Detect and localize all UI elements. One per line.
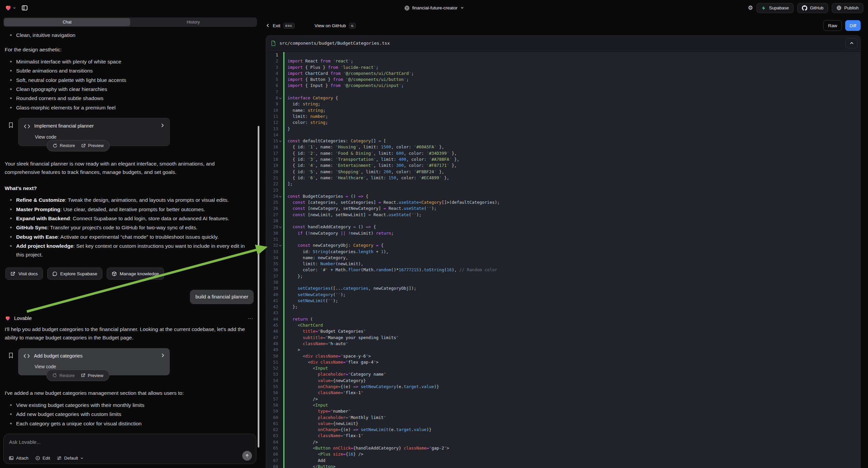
code-line[interactable]: 29 const handleAddCategory = () => { [266, 224, 860, 230]
code-line[interactable]: 25 const [categories, setCategories] = R… [266, 199, 860, 205]
code-line[interactable]: 40 setNewCategory(''); [266, 292, 860, 298]
code-line[interactable]: 13} [266, 126, 860, 132]
code-line[interactable]: 4import ChartCard from '@/components/ui/… [266, 70, 860, 77]
code-line[interactable]: 7 [266, 89, 860, 95]
code-line[interactable]: 44 return ( [266, 316, 860, 322]
code-line[interactable]: 51 <div className="flex gap-4"> [266, 359, 860, 365]
chat-scrollbar-thumb[interactable] [258, 126, 259, 447]
code-line[interactable]: 16 { id: '1', name: 'Housing', limit: 15… [266, 144, 860, 150]
fold-toggle[interactable] [278, 95, 283, 101]
code-line[interactable]: 56 className="flex-1" [266, 390, 860, 396]
code-line[interactable]: 18 { id: '3', name: 'Transportation', li… [266, 156, 860, 163]
code-line[interactable]: 9 id: string; [266, 101, 860, 107]
project-switcher[interactable]: financial-future-creator [404, 0, 464, 16]
diff-toggle-button[interactable]: Diff [845, 20, 861, 31]
preview-button[interactable]: Preview [78, 372, 106, 379]
code-line[interactable]: 27 const [newLimit, setNewLimit] = React… [266, 212, 860, 218]
chevron-right-icon[interactable] [161, 352, 165, 360]
code-line[interactable]: 22]; [266, 181, 860, 187]
code-line[interactable]: 58 <Input [266, 402, 860, 408]
explore-supabase-button[interactable]: Explore Supabase [47, 268, 102, 280]
code-line[interactable]: 20 { id: '5', name: 'Shopping', limit: 2… [266, 169, 860, 175]
publish-button[interactable]: Publish [832, 3, 863, 13]
code-line[interactable]: 15const defaultCategories: Category[] = … [266, 138, 860, 144]
fold-toggle[interactable] [278, 224, 283, 230]
attach-button[interactable]: Attach [9, 456, 29, 461]
code-line[interactable]: 38 [266, 279, 860, 285]
supabase-button[interactable]: Supabase [756, 3, 794, 13]
lovable-logo-menu[interactable] [5, 5, 16, 11]
edit-mode-button[interactable]: Edit [35, 456, 50, 461]
tab-history[interactable]: History [130, 18, 256, 26]
version-card[interactable]: Implement financial planner View code Re… [18, 118, 170, 146]
code-line[interactable]: 28 [266, 218, 860, 224]
bookmark-icon[interactable] [8, 352, 14, 361]
settings-gear-button[interactable]: ⚙ [748, 4, 753, 11]
code-line[interactable]: 12 color: string; [266, 119, 860, 125]
restore-button[interactable]: Restore [49, 372, 78, 379]
model-default-dropdown[interactable]: Default [57, 456, 84, 461]
github-button[interactable]: GitHub [797, 3, 828, 13]
bookmark-icon[interactable] [8, 122, 14, 130]
code-line[interactable]: 46 title="Budget Categories" [266, 328, 860, 334]
code-line[interactable]: 14 [266, 132, 860, 138]
code-line[interactable]: 10 name: string; [266, 108, 860, 114]
code-line[interactable]: 62 onChange={(e) => setNewLimit(e.target… [266, 427, 860, 433]
send-button[interactable] [242, 451, 252, 461]
code-editor[interactable]: 12import React from 'react';3import { Pl… [266, 51, 860, 468]
chat-composer[interactable]: Ask Lovable... Attach Edit Default [3, 434, 256, 464]
code-line[interactable]: 17 { id: '2', name: 'Food & Dining', lim… [266, 150, 860, 156]
fold-toggle[interactable] [278, 194, 283, 199]
code-line[interactable]: 43 [266, 310, 860, 316]
restore-button[interactable]: Restore [50, 142, 78, 149]
code-line[interactable]: 65 <Button onClick={handleAddCategory} c… [266, 445, 860, 451]
code-line[interactable]: 66 <Plus size={16} /> [266, 451, 860, 457]
exit-button[interactable]: Exit ESC [266, 23, 294, 29]
fold-toggle[interactable] [278, 138, 283, 144]
code-line[interactable]: 63 className="flex-1" [266, 433, 860, 439]
code-line[interactable]: 61 value={newLimit} [266, 421, 860, 427]
code-line[interactable]: 50 <div className="space-y-6"> [266, 353, 860, 359]
code-line[interactable]: 37 }; [266, 273, 860, 279]
manage-knowledge-button[interactable]: Manage knowledge [107, 268, 164, 280]
collapse-file-button[interactable] [845, 38, 858, 48]
visit-docs-button[interactable]: Visit docs [5, 268, 43, 280]
code-line[interactable]: 34 name: newCategory, [266, 255, 860, 261]
code-line[interactable]: 57 /> [266, 396, 860, 402]
code-line[interactable]: 53 placeholder="Category name" [266, 371, 860, 377]
code-line[interactable]: 3import { Plus } from 'lucide-react'; [266, 64, 860, 70]
code-line[interactable]: 31 [266, 236, 860, 242]
code-line[interactable]: 59 type="number" [266, 408, 860, 414]
raw-toggle-button[interactable]: Raw [824, 20, 842, 31]
message-more-menu[interactable]: ⋯ [248, 314, 254, 323]
code-line[interactable]: 49 > [266, 347, 860, 353]
code-line[interactable]: 8interface Category { [266, 95, 860, 101]
code-line[interactable]: 60 placeholder="Monthly limit" [266, 415, 860, 421]
tab-chat[interactable]: Chat [4, 18, 130, 26]
code-line[interactable]: 11 limit: number; [266, 114, 860, 119]
version-card[interactable]: Add budget categories View code Restore [18, 348, 170, 376]
code-line[interactable]: 64 /> [266, 439, 860, 445]
code-line[interactable]: 5import { Button } from '@/components/ui… [266, 77, 860, 83]
code-line[interactable]: 47 subtitle="Manage your spending limits… [266, 335, 860, 341]
fold-toggle[interactable] [278, 242, 283, 248]
preview-button[interactable]: Preview [78, 142, 107, 149]
code-line[interactable]: 24const BudgetCategories = () => { [266, 194, 860, 199]
chevron-right-icon[interactable] [160, 122, 165, 130]
view-on-github-button[interactable]: View on GitHub G [315, 23, 355, 29]
code-line[interactable]: 19 { id: '4', name: 'Entertainment', lim… [266, 163, 860, 169]
code-line[interactable]: 23 [266, 187, 860, 194]
code-line[interactable]: 36 color: '#' + Math.floor(Math.random()… [266, 267, 860, 273]
code-line[interactable]: 52 <Input [266, 365, 860, 371]
toggle-sidebar-button[interactable] [20, 3, 30, 13]
code-line[interactable]: 1 [266, 52, 860, 58]
code-line[interactable]: 48 className="h-auto" [266, 341, 860, 347]
code-line[interactable]: 30 if (!newCategory || !newLimit) return… [266, 230, 860, 236]
code-line[interactable]: 35 limit: Number(newLimit), [266, 261, 860, 267]
chat-message-list[interactable]: Clean, intuitive navigation For the desi… [0, 28, 260, 430]
code-line[interactable]: 21 { id: '6', name: 'Healthcare', limit:… [266, 175, 860, 181]
code-line[interactable]: 26 const [newCategory, setNewCategory] =… [266, 205, 860, 211]
code-line[interactable]: 67 Add [266, 458, 860, 464]
code-line[interactable]: 42 }; [266, 304, 860, 310]
code-line[interactable]: 41 setNewLimit(''); [266, 298, 860, 304]
